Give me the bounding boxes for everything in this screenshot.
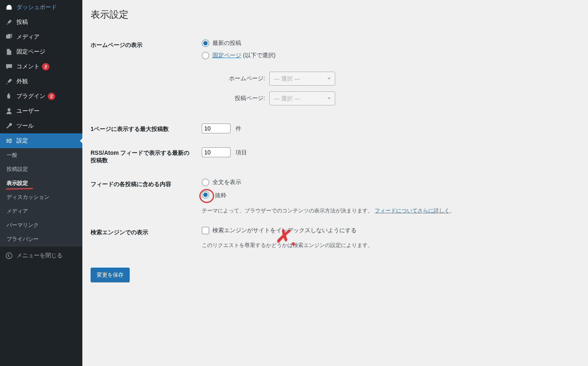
settings-submenu: 一般 投稿設定 表示設定 ディスカッション メディア パーマリンク プライバシー [0,148,82,246]
dashboard-icon [5,3,13,12]
feed-desc-suffix: 。 [450,207,455,214]
homepage-radio-latest[interactable] [202,40,209,47]
sidebar-item-comments[interactable]: コメント 2 [0,59,82,74]
sidebar-item-tools[interactable]: ツール [0,119,82,133]
sidebar-item-users[interactable]: ユーザー [0,104,82,119]
sidebar-item-media[interactable]: メディア [0,30,82,44]
rss-items-input[interactable] [202,147,231,157]
brush-icon [5,77,13,86]
submenu-item-media[interactable]: メディア [0,204,82,218]
main-content: 表示設定 ホームページの表示 最新の投稿 固定ページ (以下で選択) [82,0,588,366]
sidebar-item-label: ユーザー [16,107,40,115]
submenu-item-discussion[interactable]: ディスカッション [0,190,82,204]
pin-icon [5,18,13,26]
homepage-opt-latest[interactable]: 最新の投稿 [202,40,241,47]
comment-icon [5,63,13,71]
collapse-icon [5,252,13,260]
feed-desc-prefix: テーマによって、ブラウザーでのコンテンツの表示方法が決まります。 [202,207,373,214]
collapse-menu-label: メニューを閉じる [16,252,63,259]
homepage-radio-static-label: 固定ページ (以下で選択) [212,52,275,59]
homepage-opt-static[interactable]: 固定ページ (以下で選択) [202,52,275,59]
feed-radio-excerpt-label: 抜粋 [215,192,226,199]
feed-content-desc: テーマによって、ブラウザーでのコンテンツの表示方法が決まります。 フィードについ… [202,207,576,214]
feed-radio-full[interactable] [202,179,209,186]
posts-page-select[interactable]: — 選択 — [269,91,335,105]
settings-icon [5,137,13,145]
static-page-link[interactable]: 固定ページ [212,52,241,58]
sidebar-item-plugins[interactable]: プラグイン 2 [0,89,82,104]
search-engine-checkbox-label: 検索エンジンがサイトをインデックスしないようにする [212,227,357,234]
homepage-radio-latest-label: 最新の投稿 [212,40,241,47]
sidebar-item-label: プラグイン [16,93,45,100]
posts-per-page-label: 1ページに表示する最大投稿数 [91,117,198,141]
save-button[interactable]: 変更を保存 [91,268,130,282]
feed-radio-excerpt[interactable] [202,191,209,198]
plugins-badge: 2 [48,93,55,100]
search-engine-desc: このリクエストを尊重するかどうかは検索エンジンの設定によります。 [202,242,576,249]
sidebar-item-pages[interactable]: 固定ページ [0,44,82,59]
posts-per-page-unit: 件 [236,125,241,132]
sidebar-item-label: 投稿 [16,19,28,26]
sidebar-item-label: 固定ページ [16,48,45,56]
submenu-item-permalink[interactable]: パーマリンク [0,218,82,232]
submenu-item-general[interactable]: 一般 [0,148,82,162]
homepage-select-label: ホームページ: [212,75,265,82]
sidebar-item-label: メディア [16,33,40,41]
homepage-radio-static[interactable] [202,52,209,59]
sidebar-item-label: ツール [16,122,34,130]
homepage-select[interactable]: — 選択 — [269,72,335,86]
feed-full-option[interactable]: 全文を表示 [202,179,241,186]
submenu-item-privacy[interactable]: プライバシー [0,232,82,246]
collapse-menu-button[interactable]: メニューを閉じる [0,246,82,265]
admin-sidebar: ダッシュボード 投稿 メディア 固定ページ コメント 2 外観 プラグイン 2 [0,0,82,366]
sidebar-item-label: 外観 [16,78,28,85]
homepage-display-label: ホームページの表示 [91,33,198,117]
sidebar-item-settings[interactable]: 設定 [0,133,82,148]
sidebar-item-label: コメント [16,63,40,70]
search-engine-label: 検索エンジンでの表示 [91,221,198,255]
user-icon [5,107,13,115]
wrench-icon [5,122,13,130]
sidebar-item-appearance[interactable]: 外観 [0,74,82,89]
media-icon [5,33,13,41]
rss-items-unit: 項目 [236,149,247,156]
feed-content-label: フィードの各投稿に含める内容 [91,173,198,221]
submenu-item-reading[interactable]: 表示設定 [0,176,82,190]
comments-badge: 2 [42,63,49,70]
page-icon [5,48,13,56]
rss-items-label: RSS/Atom フィードで表示する最新の投稿数 [91,141,198,173]
static-page-suffix: (以下で選択) [241,52,275,58]
feed-learn-more-link[interactable]: フィードについてさらに詳しく [375,207,450,214]
plugin-icon [5,92,13,100]
page-title: 表示設定 [91,8,580,21]
sidebar-item-dashboard[interactable]: ダッシュボード [0,0,82,15]
posts-per-page-input[interactable] [202,124,231,133]
sidebar-item-label: 設定 [16,137,28,145]
feed-radio-full-label: 全文を表示 [212,179,241,186]
search-engine-checkbox[interactable] [202,227,209,234]
search-engine-checkbox-row[interactable]: 検索エンジンがサイトをインデックスしないようにする [202,227,357,234]
submenu-item-writing[interactable]: 投稿設定 [0,162,82,176]
feed-excerpt-option[interactable]: 抜粋 [202,191,226,200]
posts-page-select-label: 投稿ページ: [212,95,265,102]
sidebar-item-label: ダッシュボード [16,4,57,11]
sidebar-item-posts[interactable]: 投稿 [0,15,82,30]
svg-point-0 [6,253,12,259]
